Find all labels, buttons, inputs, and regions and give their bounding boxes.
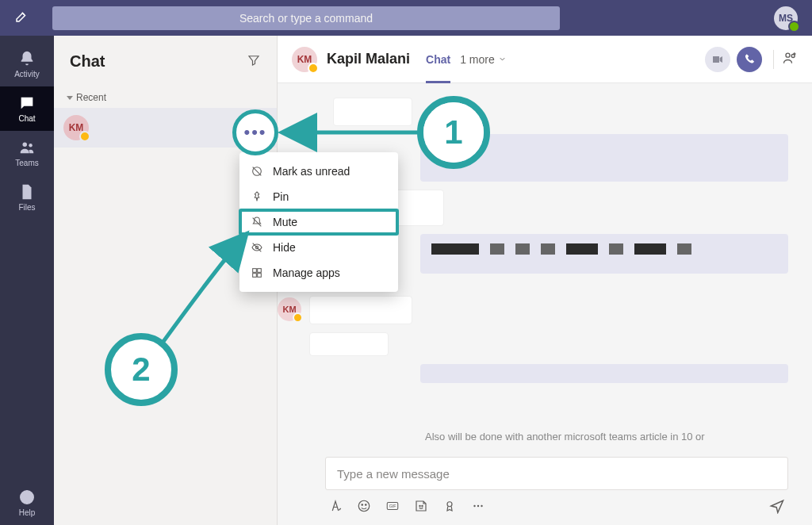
svg-point-6 — [358, 500, 370, 512]
praise-icon[interactable] — [442, 499, 457, 516]
message-other[interactable] — [309, 332, 389, 356]
chat-context-menu: Mark as unread Pin Mute Hide Manage apps — [239, 152, 398, 292]
titlebar: Search or type a command MS — [0, 0, 812, 36]
svg-point-13 — [447, 502, 452, 507]
menu-manage-apps-label: Manage apps — [273, 266, 340, 279]
menu-mute[interactable]: Mute — [239, 209, 398, 235]
tab-chat[interactable]: Chat — [426, 48, 450, 71]
svg-point-15 — [477, 505, 479, 507]
search-input[interactable]: Search or type a command — [52, 6, 560, 30]
video-call-button[interactable] — [705, 47, 730, 72]
message-other[interactable] — [333, 98, 412, 126]
svg-rect-19 — [253, 269, 257, 273]
chat-row-avatar: KM — [63, 115, 89, 140]
emoji-icon[interactable] — [357, 499, 371, 516]
add-people-button[interactable] — [773, 50, 798, 69]
svg-point-14 — [473, 505, 475, 507]
svg-point-12 — [422, 505, 423, 506]
tabs-more-label: 1 more — [460, 53, 495, 66]
rail-teams[interactable]: Teams — [0, 131, 54, 175]
current-user-initials: MS — [779, 13, 793, 24]
menu-hide-label: Hide — [273, 241, 296, 254]
svg-rect-22 — [258, 274, 262, 278]
compose-area: Type a new message GIF — [278, 447, 812, 525]
svg-point-7 — [362, 504, 363, 506]
menu-pin[interactable]: Pin — [239, 184, 398, 209]
rail-files[interactable]: Files — [0, 175, 54, 220]
message-cut-text: Also will be done with another microsoft… — [425, 431, 705, 443]
chat-header-avatar[interactable]: KM — [292, 47, 317, 72]
filter-icon[interactable] — [247, 53, 261, 71]
chat-header-name: Kapil Malani — [327, 51, 410, 67]
svg-point-1 — [29, 144, 32, 147]
more-icon[interactable] — [471, 499, 485, 516]
section-recent[interactable]: Recent — [54, 87, 277, 108]
svg-point-11 — [419, 505, 420, 506]
message-mine[interactable] — [420, 134, 788, 182]
menu-mute-label: Mute — [273, 216, 297, 228]
rail-help-label: Help — [19, 508, 36, 517]
current-user-avatar[interactable]: MS — [774, 6, 798, 30]
chat-row-initials: KM — [69, 122, 84, 133]
menu-mark-unread-label: Mark as unread — [273, 165, 350, 178]
svg-text:GIF: GIF — [389, 504, 396, 508]
send-button[interactable] — [769, 498, 785, 517]
compose-input[interactable]: Type a new message — [325, 457, 788, 490]
chevron-down-icon — [498, 55, 507, 63]
message-other[interactable] — [309, 296, 412, 324]
rail-chat-label: Chat — [18, 114, 35, 123]
message-mine[interactable] — [420, 234, 788, 274]
compose-toolbar: GIF — [325, 490, 788, 517]
rail-help[interactable]: Help — [0, 481, 54, 525]
search-placeholder: Search or type a command — [239, 12, 373, 25]
svg-rect-21 — [253, 274, 257, 278]
compose-placeholder: Type a new message — [337, 467, 450, 481]
audio-call-button[interactable] — [737, 47, 762, 72]
format-icon[interactable] — [328, 499, 343, 516]
chevron-down-icon — [67, 96, 73, 100]
svg-point-3 — [26, 500, 27, 501]
chat-header: KM Kapil Malani Chat 1 more — [278, 36, 812, 83]
menu-mark-unread[interactable]: Mark as unread — [239, 159, 398, 184]
menu-manage-apps[interactable]: Manage apps — [239, 260, 398, 285]
tabs-more[interactable]: 1 more — [460, 53, 507, 66]
rail-teams-label: Teams — [15, 159, 38, 167]
message-mine[interactable] — [420, 364, 788, 383]
message-avatar: KM — [278, 297, 301, 321]
gif-icon[interactable]: GIF — [385, 499, 400, 516]
app-rail: Activity Chat Teams Files Help — [0, 36, 54, 525]
svg-point-0 — [23, 143, 28, 148]
message-avatar-initials: KM — [282, 305, 296, 314]
rail-files-label: Files — [18, 203, 35, 212]
svg-rect-20 — [258, 269, 262, 273]
rail-chat[interactable]: Chat — [0, 86, 54, 131]
rail-activity[interactable]: Activity — [0, 42, 54, 86]
chat-header-avatar-initials: KM — [297, 54, 312, 65]
chat-row-more-button[interactable]: ••• — [232, 109, 278, 155]
menu-pin-label: Pin — [273, 190, 289, 203]
sticker-icon[interactable] — [414, 499, 428, 516]
section-recent-label: Recent — [76, 92, 106, 103]
svg-point-16 — [481, 505, 482, 507]
compose-icon[interactable] — [14, 10, 29, 27]
rail-activity-label: Activity — [14, 70, 40, 79]
svg-point-4 — [786, 53, 790, 57]
menu-hide[interactable]: Hide — [239, 235, 398, 260]
svg-point-8 — [366, 504, 367, 506]
chatlist-title: Chat — [70, 52, 105, 71]
